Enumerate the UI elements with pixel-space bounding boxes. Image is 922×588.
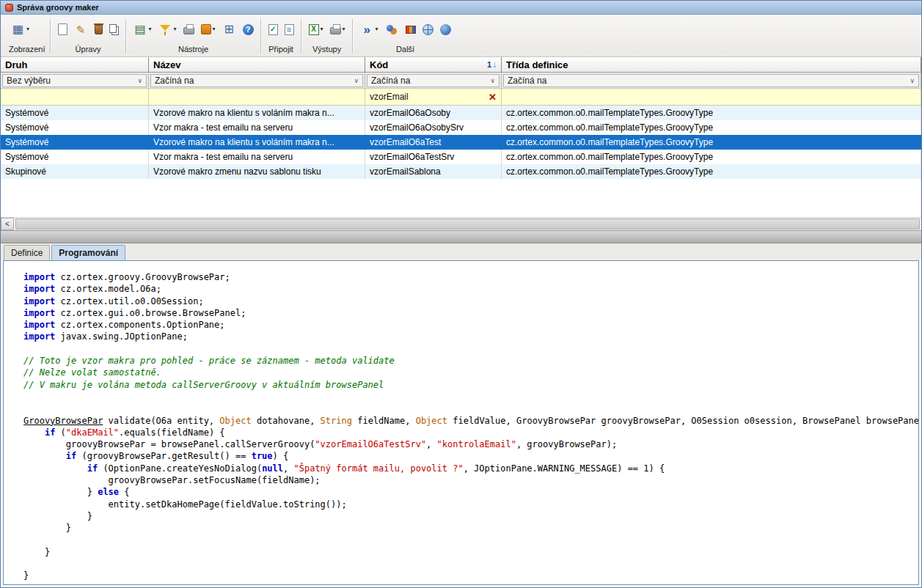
code-line[interactable]: entity.setDkaHomePage(fieldValue.toStrin… [23,499,912,510]
code-line[interactable]: import javax.swing.JOptionPane; [23,331,912,342]
code-line[interactable] [23,343,912,355]
code-line[interactable]: if ("dkaEMail".equals(fieldName) { [23,427,912,438]
dropdown-arrow-icon[interactable]: ▾ [321,26,323,32]
table-row[interactable]: SystémovéVzor makra - test emailu na ser… [1,150,921,164]
code-line[interactable]: import cz.ortex.model.O6a; [23,283,912,295]
scrollbar-thumb[interactable] [15,218,920,229]
window-button[interactable] [220,21,238,39]
code-line[interactable]: if (groovyBrowsePar.getResult() == true)… [23,450,912,462]
dropdown-arrow-icon[interactable]: ▾ [26,26,29,32]
code-line[interactable]: } [23,522,912,534]
batch-edit-icon [133,23,147,37]
filter-operator-kod[interactable]: Začíná na ∨ [367,74,500,87]
more-actions-button[interactable]: ▾ [358,21,381,39]
table-row[interactable]: SystémovéVzorové makro na klientu s volá… [1,106,921,120]
sphere-button[interactable] [438,22,453,37]
clear-filter-icon[interactable]: ✕ [489,92,497,103]
chart-button[interactable] [383,21,401,39]
app-icon [5,4,13,12]
column-header-trida[interactable]: Třída definice [502,57,921,72]
code-editor[interactable]: import cz.ortex.groovy.GroovyBrowsePar;i… [3,260,919,585]
web-button[interactable] [420,22,436,37]
table-cell: Systémové [1,135,149,150]
dropdown-arrow-icon[interactable]: ▾ [343,26,345,32]
code-line[interactable] [23,403,912,414]
help-icon [243,24,254,35]
window-title: Správa groovy maker [17,3,99,12]
code-line[interactable]: if (OptionPane.createYesNoDialog(null, "… [23,463,912,474]
column-header-druh[interactable]: Druh [1,57,149,72]
combo-value: Začíná na [371,76,410,86]
web-icon [422,24,433,35]
delete-record-button[interactable] [92,23,105,37]
code-line[interactable]: } else { [23,486,912,498]
code-line[interactable] [23,534,912,546]
table-cell: Vzorové makro zmenu nazvu sablonu tisku [149,164,365,179]
tab-programovani[interactable]: Programování [51,245,125,260]
filter-value-kod[interactable]: vzorEmail ✕ [365,89,502,105]
filter-operator-druh[interactable]: Bez výběru ∨ [2,74,147,87]
print-export-button[interactable]: ▾ [328,22,348,37]
table-cell: Systémové [1,106,149,120]
new-record-button[interactable] [56,21,70,37]
print-button[interactable] [181,22,197,37]
filter-value-druh[interactable] [1,89,149,105]
horizontal-scrollbar[interactable]: < [1,217,921,230]
dropdown-arrow-icon[interactable]: ▾ [213,26,216,32]
batch-edit-button[interactable]: ▾ [131,21,154,39]
code-line[interactable]: // V makru je volána metoda callServerGr… [23,379,912,391]
table-row[interactable]: SystémovéVzor makra - test emailu na ser… [1,120,921,135]
code-line[interactable]: } [23,546,912,558]
filter-value-trida[interactable] [502,89,921,105]
filter-value-row: vzorEmail ✕ [1,89,921,106]
palette-button[interactable] [403,23,418,36]
code-line[interactable]: import cz.ortex.gui.o0.browse.BrowsePane… [23,307,912,319]
code-line[interactable] [23,391,912,403]
code-line[interactable] [23,558,912,570]
attach-checklist-icon [268,24,278,35]
title-bar[interactable]: Správa groovy maker [1,1,921,15]
code-line[interactable]: // Nelze volat samostatně. [23,367,912,378]
scroll-left-button[interactable]: < [1,218,14,230]
edit-record-button[interactable] [72,21,90,39]
column-header-nazev[interactable]: Název [149,57,365,72]
view-mode-button[interactable]: ▾ [9,21,32,39]
chevron-down-icon: ∨ [137,77,142,84]
code-line[interactable]: import cz.ortex.groovy.GroovyBrowsePar; [23,271,912,283]
dropdown-arrow-icon[interactable]: ▾ [174,26,177,32]
toolbar-group-icons: ▾ [358,17,453,42]
table-empty-area [1,179,921,217]
code-line[interactable]: import cz.ortex.components.OptionPane; [23,319,912,331]
copy-record-icon [109,24,117,33]
code-line[interactable]: } [23,570,912,581]
dropdown-arrow-icon[interactable]: ▾ [376,26,378,32]
toolbar-group-label: Zobrazení [9,45,45,56]
code-line[interactable]: // Toto je vzor makra pro pohled - práce… [23,355,912,367]
column-header-kod[interactable]: Kód 1 ↓ [365,57,502,72]
code-line[interactable]: import cz.ortex.util.o0.O0Session; [23,295,912,307]
column-header-label: Druh [5,59,27,70]
schedule-button[interactable]: ▾ [199,22,218,37]
table-row[interactable]: SkupinovéVzorové makro zmenu nazvu sablo… [1,164,921,179]
attach-list-button[interactable] [282,22,296,37]
filter-operator-nazev[interactable]: Začíná na ∨ [150,74,363,87]
table-body: SystémovéVzorové makro na klientu s volá… [1,106,921,179]
help-button[interactable] [241,22,256,37]
table-cell: Systémové [1,120,149,135]
code-line[interactable]: GroovyBrowsePar validate(O6a entity, Obj… [23,415,912,427]
attach-checklist-button[interactable] [266,22,280,37]
filter-operator-trida[interactable]: Začíná na ∨ [503,74,919,87]
code-line[interactable]: groovyBrowsePar.setFocusName(fieldName); [23,474,912,486]
split-pane-divider[interactable] [1,230,921,243]
copy-record-button[interactable] [107,22,121,37]
dropdown-arrow-icon[interactable]: ▾ [149,26,152,32]
filter-value-nazev[interactable] [149,89,365,105]
excel-export-button[interactable]: ▾ [307,22,326,37]
table-row[interactable]: SystémovéVzorové makro na klientu s volá… [1,135,921,150]
tab-definice[interactable]: Definice [4,245,50,260]
filter-button[interactable]: ▾ [156,21,179,39]
table-cell: vzorEmailO6aTest [365,135,502,150]
table-cell: cz.ortex.common.o0.mailTemplateTypes.Gro… [502,150,921,164]
code-line[interactable]: groovyBrowsePar = browsePanel.callServer… [23,438,912,450]
code-line[interactable]: } [23,510,912,522]
